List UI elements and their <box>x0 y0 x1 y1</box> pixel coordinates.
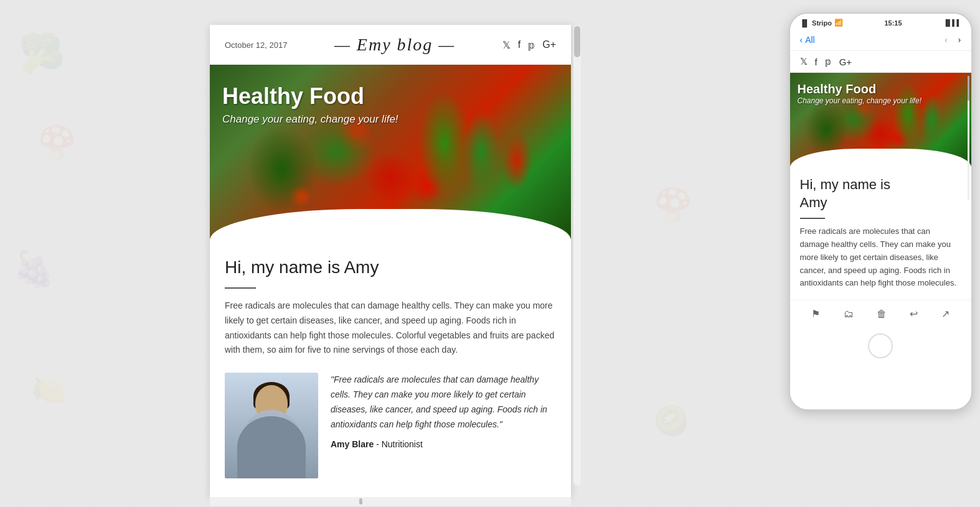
mobile-hero-subtitle: Change your eating, change your life! <box>798 96 921 105</box>
quote-author: Amy Blare - Nutritionist <box>331 439 556 449</box>
email-preview: October 12, 2017 — Emy blog — 𝕏 f 𝕡 G+ H… <box>210 25 571 497</box>
mobile-divider <box>800 218 825 219</box>
facebook-icon[interactable]: f <box>518 39 521 50</box>
mobile-hero: Healthy Food Change your eating, change … <box>790 73 971 166</box>
mobile-bottom-bar: ⚑ 🗂 🗑 ↩ ↗ <box>790 300 971 327</box>
mobile-heading-line1: Hi, my name is <box>800 177 890 192</box>
email-date: October 12, 2017 <box>225 40 287 50</box>
back-label: All <box>805 35 815 45</box>
author-separator: - <box>376 439 382 449</box>
mobile-scrollbar[interactable] <box>968 76 969 200</box>
content-heading: Hi, my name is Amy <box>225 258 556 277</box>
hero-subtitle: Change your eating, change your life! <box>222 113 398 126</box>
quote-text: "Free radicals are molecules that can da… <box>331 373 556 432</box>
mobile-heading-line2: Amy <box>800 195 827 210</box>
mobile-twitter-icon[interactable]: 𝕏 <box>800 56 808 67</box>
profile-quote-section: "Free radicals are molecules that can da… <box>225 373 556 478</box>
back-button[interactable]: ‹ All <box>800 35 815 45</box>
status-left: ▐▌ Stripo 📶 <box>800 19 843 27</box>
mobile-heading: Hi, my name is Amy <box>800 176 961 212</box>
carrier-name: Stripo <box>812 19 832 27</box>
bottom-scroll-thumb <box>359 498 362 505</box>
desktop-panel: October 12, 2017 — Emy blog — 𝕏 f 𝕡 G+ H… <box>0 0 781 507</box>
trash-icon[interactable]: 🗑 <box>877 309 887 320</box>
signal-icon: ▐▌ <box>800 19 810 27</box>
phone-nav-bar: ‹ All ‹ › <box>790 29 971 51</box>
mobile-content: Hi, my name is Amy Free radicals are mol… <box>790 166 971 300</box>
content-body: Free radicals are molecules that can dam… <box>225 299 556 358</box>
wifi-icon: 📶 <box>834 19 843 27</box>
blog-title: — Emy blog — <box>334 35 455 55</box>
mobile-panel: ▐▌ Stripo 📶 15:15 ▐▌▌▌ ‹ All ‹ › 𝕏 f 𝕡 G… <box>781 0 980 507</box>
mobile-hero-title: Healthy Food <box>798 82 921 96</box>
share-icon[interactable]: ↗ <box>941 308 949 320</box>
mobile-googleplus-icon[interactable]: G+ <box>839 57 852 67</box>
bottom-scrollbar[interactable] <box>210 497 571 506</box>
back-chevron-icon: ‹ <box>800 35 803 45</box>
person-body <box>240 410 303 478</box>
email-header: October 12, 2017 — Emy blog — 𝕏 f 𝕡 G+ <box>210 25 571 65</box>
author-title: Nutritionist <box>382 439 423 449</box>
mobile-pinterest-icon[interactable]: 𝕡 <box>825 56 832 67</box>
nav-right-icon[interactable]: › <box>958 34 961 45</box>
pinterest-icon[interactable]: 𝕡 <box>528 39 535 51</box>
reply-icon[interactable]: ↩ <box>910 308 918 320</box>
flag-icon[interactable]: ⚑ <box>811 308 820 320</box>
twitter-icon[interactable]: 𝕏 <box>502 39 511 51</box>
phone-frame: ▐▌ Stripo 📶 15:15 ▐▌▌▌ ‹ All ‹ › 𝕏 f 𝕡 G… <box>789 12 973 411</box>
scroll-thumb <box>574 26 580 57</box>
desktop-wrapper: October 12, 2017 — Emy blog — 𝕏 f 𝕡 G+ H… <box>210 25 571 506</box>
battery-icon: ▐▌▌▌ <box>943 19 961 26</box>
mobile-facebook-icon[interactable]: f <box>815 57 817 67</box>
googleplus-icon[interactable]: G+ <box>542 39 556 50</box>
email-content: Hi, my name is Amy Free radicals are mol… <box>210 239 571 497</box>
profile-image <box>225 373 318 478</box>
quote-section: "Free radicals are molecules that can da… <box>331 373 556 449</box>
desktop-social-icons: 𝕏 f 𝕡 G+ <box>502 39 556 51</box>
home-button[interactable] <box>868 333 893 358</box>
mobile-scroll-thumb <box>968 76 969 101</box>
folder-icon[interactable]: 🗂 <box>844 309 854 320</box>
author-name: Amy Blare <box>331 439 374 449</box>
phone-status-bar: ▐▌ Stripo 📶 15:15 ▐▌▌▌ <box>790 14 971 29</box>
mobile-social-bar: 𝕏 f 𝕡 G+ <box>790 51 971 73</box>
content-divider <box>225 287 256 289</box>
vertical-scrollbar[interactable] <box>573 25 581 485</box>
mobile-body-text: Free radicals are molecules that can dam… <box>800 225 961 290</box>
hero-image: Healthy Food Change your eating, change … <box>210 65 571 239</box>
mobile-hero-text: Healthy Food Change your eating, change … <box>798 82 921 105</box>
phone-nav-icons: ‹ › <box>945 34 961 45</box>
hero-title: Healthy Food <box>222 83 398 109</box>
phone-home-area <box>790 327 971 365</box>
hero-text: Healthy Food Change your eating, change … <box>222 83 398 126</box>
nav-left-icon[interactable]: ‹ <box>945 34 948 45</box>
status-time: 15:15 <box>884 19 902 27</box>
